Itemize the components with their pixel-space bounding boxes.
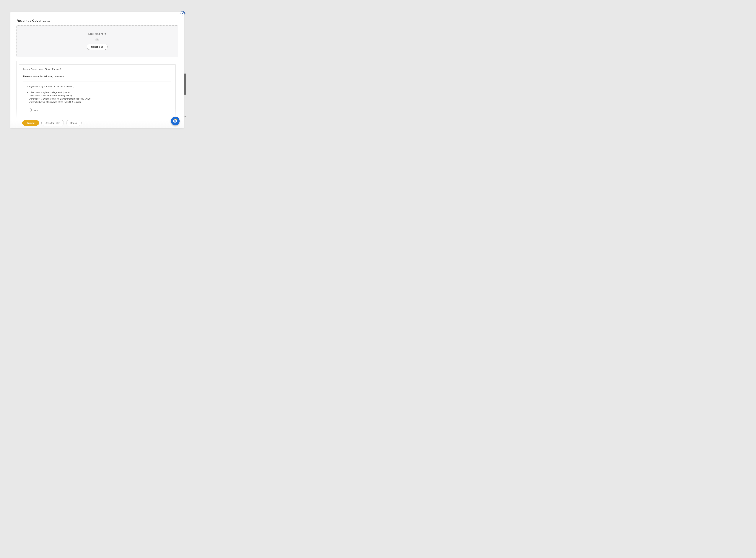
- section-title: Resume / Cover Letter: [17, 19, 178, 23]
- question-list-item: - University of Maryland College Park (U…: [27, 91, 167, 94]
- question-prompt: Are you currently employed at one of the…: [27, 85, 167, 88]
- close-icon: [182, 12, 184, 15]
- or-divider-badge: or: [95, 39, 99, 41]
- cancel-button[interactable]: Cancel: [66, 120, 81, 126]
- file-dropzone[interactable]: Drop files here or Select files: [17, 25, 178, 57]
- application-modal: Resume / Cover Letter Drop files here or…: [10, 12, 184, 128]
- submit-button[interactable]: Submit: [22, 120, 39, 126]
- questionnaire-container: Internal Questionnaire (Tenant Partners)…: [17, 61, 178, 118]
- workday-chat-icon: W: [171, 117, 179, 125]
- questionnaire-card: Internal Questionnaire (Tenant Partners)…: [19, 65, 176, 118]
- scrollbar-thumb[interactable]: [184, 74, 186, 95]
- scroll-down-icon[interactable]: [185, 116, 186, 117]
- radio-label: Yes: [34, 109, 37, 111]
- svg-text:W: W: [174, 120, 177, 122]
- questionnaire-instruction: Please answer the following questions:: [23, 75, 171, 78]
- radio-option-yes[interactable]: Yes: [27, 108, 167, 111]
- chat-assistant-button[interactable]: W: [171, 117, 180, 125]
- question-list-item: - University of Maryland Center for Envi…: [27, 97, 167, 100]
- dropzone-label: Drop files here: [20, 32, 174, 35]
- question-list-item: - University of Maryland Eastern Shore (…: [27, 94, 167, 97]
- modal-body[interactable]: Resume / Cover Letter Drop files here or…: [10, 13, 184, 118]
- question-list-item: - University System of Maryland Office (…: [27, 100, 167, 104]
- questionnaire-title: Internal Questionnaire (Tenant Partners): [23, 68, 171, 70]
- scrollbar-track[interactable]: [184, 13, 186, 118]
- close-button[interactable]: [181, 11, 185, 16]
- question-item-list: - University of Maryland College Park (U…: [27, 91, 167, 104]
- question-box: Are you currently employed at one of the…: [23, 81, 171, 115]
- save-for-later-button[interactable]: Save for Later: [42, 120, 64, 126]
- radio-icon[interactable]: [29, 108, 32, 111]
- modal-footer: Submit Save for Later Cancel: [10, 118, 184, 128]
- select-files-button[interactable]: Select files: [87, 44, 107, 50]
